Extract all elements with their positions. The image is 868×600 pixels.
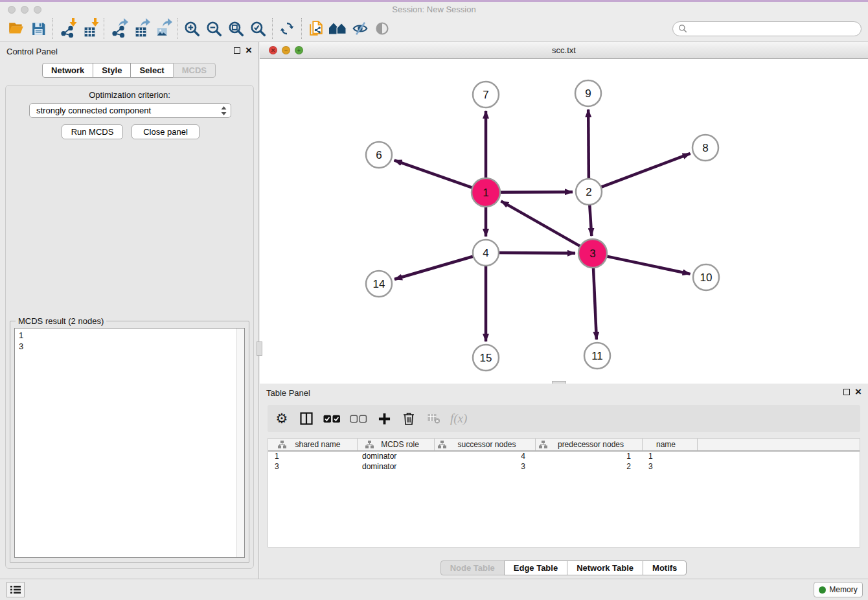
tab-network-table[interactable]: Network Table (567, 560, 643, 575)
table-row[interactable]: 1 dominator 4 1 1 (268, 452, 860, 462)
export-image-button[interactable] (152, 18, 174, 39)
toolbar-separator (104, 18, 104, 39)
hide-selected-button[interactable] (349, 18, 371, 39)
table-row[interactable]: 3 dominator 3 2 3 (268, 462, 860, 472)
close-panel-icon[interactable]: × (855, 389, 862, 395)
export-arrow-icon (163, 18, 172, 27)
tab-network[interactable]: Network (42, 63, 93, 78)
table-panel-title: Table Panel (266, 388, 310, 398)
open-session-button[interactable] (5, 18, 27, 39)
graph-edge-3-11[interactable] (593, 266, 597, 340)
delete-column-button[interactable] (401, 410, 417, 427)
graph-node-14[interactable]: 14 (366, 271, 392, 297)
tree-icon (438, 441, 446, 448)
close-panel-button[interactable]: Close panel (131, 124, 200, 139)
new-network-from-selection-button[interactable] (305, 18, 327, 39)
graph-edge-2-8[interactable] (600, 154, 691, 188)
list-icon (10, 585, 21, 594)
graph-edge-3-10[interactable] (606, 256, 691, 274)
delete-table-button[interactable] (426, 410, 441, 427)
graph-node-6[interactable]: 6 (366, 142, 392, 168)
graph-edge-2-9[interactable] (588, 110, 589, 180)
unselect-all-button[interactable] (350, 410, 367, 427)
delete-table-icon (427, 413, 440, 424)
graph-node-label: 4 (483, 247, 488, 259)
column-header-name[interactable]: name (643, 439, 698, 450)
zoom-fit-icon (227, 20, 244, 37)
tab-mcds[interactable]: MCDS (173, 63, 216, 78)
column-header-successor-nodes[interactable]: successor nodes (435, 439, 536, 450)
toolbar-separator (52, 18, 53, 39)
function-builder-button[interactable]: f(x) (450, 410, 467, 427)
task-history-button[interactable] (6, 582, 25, 597)
graph-node-label: 14 (373, 278, 385, 290)
network-graph[interactable]: 7968124314101511 (260, 59, 867, 384)
open-folder-icon (8, 20, 25, 37)
float-panel-icon[interactable] (843, 389, 850, 395)
add-column-button[interactable] (376, 410, 392, 427)
graph-node-9[interactable]: 9 (575, 80, 601, 106)
network-window-title: scc.txt (260, 45, 868, 55)
scrollbar[interactable] (236, 329, 244, 557)
graph-node-3[interactable]: 3 (578, 239, 607, 268)
export-arrow-icon (141, 18, 150, 27)
graph-node-15[interactable]: 15 (473, 345, 499, 371)
graph-edge-1-2[interactable] (499, 192, 573, 192)
show-columns-button[interactable] (299, 410, 314, 427)
import-table-button[interactable] (78, 18, 100, 39)
graph-edge-4-3[interactable] (497, 253, 575, 253)
save-floppy-icon (30, 21, 47, 37)
optimization-criterion-value: strongly connected component (36, 106, 221, 115)
graph-node-11[interactable]: 11 (584, 343, 610, 369)
network-canvas[interactable]: 7968124314101511 (260, 59, 868, 384)
tree-icon (539, 441, 547, 448)
export-network-button[interactable] (108, 18, 130, 39)
float-panel-icon[interactable] (234, 47, 240, 54)
graph-edge-1-6[interactable] (394, 160, 474, 188)
graph-node-2[interactable]: 2 (576, 179, 602, 205)
graph-edge-4-14[interactable] (394, 256, 475, 279)
column-header-shared-name[interactable]: shared name (268, 439, 358, 450)
zoom-in-button[interactable] (181, 18, 203, 39)
show-all-button[interactable] (371, 18, 393, 39)
close-panel-icon[interactable]: × (246, 47, 252, 54)
tab-style[interactable]: Style (93, 63, 131, 78)
graph-node-label: 3 (589, 248, 595, 260)
graph-node-label: 1 (483, 187, 488, 199)
apply-layout-button[interactable] (276, 18, 298, 39)
tab-edge-table[interactable]: Edge Table (504, 560, 567, 575)
graph-node-4[interactable]: 4 (473, 240, 499, 266)
memory-button[interactable]: Memory (814, 582, 863, 597)
graph-node-1[interactable]: 1 (472, 178, 500, 207)
splitter-handle-vertical[interactable] (257, 341, 262, 356)
column-header-mcds-role[interactable]: MCDS role (358, 439, 435, 450)
graph-edge-2-3[interactable] (589, 203, 591, 236)
table-settings-button[interactable]: ⚙ (274, 410, 290, 427)
graph-edge-3-1[interactable] (501, 201, 581, 247)
import-network-button[interactable] (56, 18, 78, 39)
graph-node-label: 9 (585, 87, 591, 100)
graph-node-label: 7 (483, 89, 488, 101)
first-neighbors-button[interactable] (327, 18, 349, 39)
export-table-button[interactable] (130, 18, 152, 39)
zoom-selected-button[interactable] (247, 18, 269, 39)
network-window-titlebar[interactable]: ✕ − + scc.txt (260, 42, 868, 59)
mcds-result-textarea[interactable]: 1 3 (14, 328, 245, 558)
plus-icon (378, 413, 391, 425)
zoom-fit-button[interactable] (225, 18, 247, 39)
graph-node-10[interactable]: 10 (693, 264, 719, 290)
column-header-predecessor-nodes[interactable]: predecessor nodes (536, 439, 643, 450)
zoom-out-button[interactable] (203, 18, 225, 39)
graph-node-8[interactable]: 8 (692, 135, 718, 161)
run-mcds-button[interactable]: Run MCDS (62, 124, 123, 139)
tab-select[interactable]: Select (130, 63, 173, 78)
tab-motifs[interactable]: Motifs (643, 560, 687, 575)
tab-node-table[interactable]: Node Table (440, 560, 505, 575)
optimization-criterion-select[interactable]: strongly connected component (29, 103, 231, 118)
search-field[interactable] (672, 21, 862, 36)
network-view-window: ✕ − + scc.txt 7968124314101511 (260, 42, 868, 384)
save-session-button[interactable] (27, 18, 49, 39)
select-all-button[interactable] (323, 410, 341, 427)
search-input[interactable] (687, 24, 856, 33)
graph-node-7[interactable]: 7 (473, 82, 499, 108)
